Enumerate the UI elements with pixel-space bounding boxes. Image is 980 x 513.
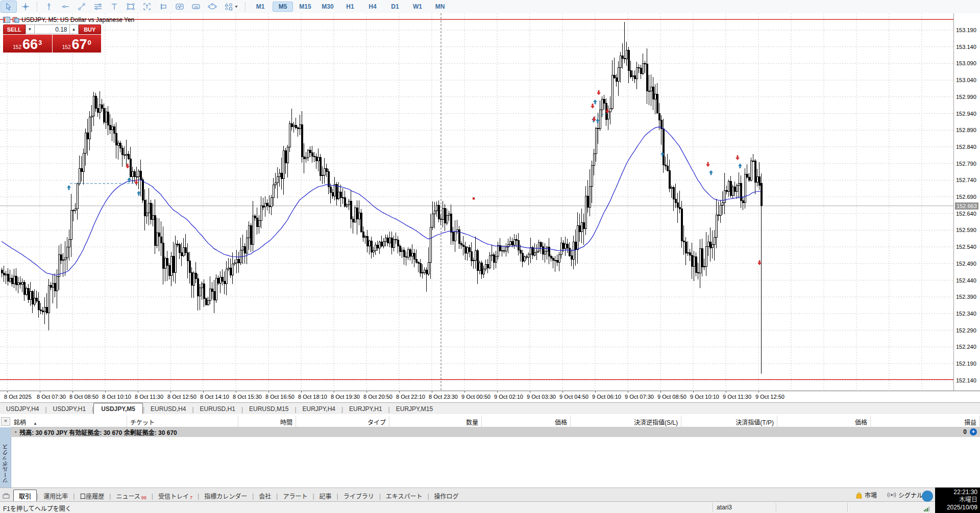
- timeframe-button-m1[interactable]: M1: [250, 2, 271, 12]
- timeframe-button-mn[interactable]: MN: [430, 2, 450, 12]
- depth-of-market-icon[interactable]: [12, 17, 19, 23]
- close-toolbox-button[interactable]: ×: [1, 417, 10, 426]
- chart-tab-eurjpy-m15[interactable]: EURJPY,M15: [390, 403, 439, 415]
- time-axis-label: 8 Oct 14:10: [200, 394, 229, 400]
- column-header-col[interactable]: 数量: [389, 416, 482, 427]
- chart-area[interactable]: 153.190153.140153.090153.040152.990152.9…: [0, 13, 980, 391]
- trendline-tool-icon[interactable]: [74, 1, 89, 12]
- time-axis-label: 9 Oct 00:50: [461, 394, 491, 400]
- column-header-col[interactable]: 価格: [482, 416, 571, 427]
- chart-tab-usdjpy-h4[interactable]: USDJPY,H4: [0, 403, 45, 415]
- sell-price[interactable]: 152 66 3: [3, 35, 52, 53]
- time-axis[interactable]: 8 Oct 20258 Oct 07:308 Oct 08:508 Oct 10…: [0, 391, 980, 403]
- volume-decrease-button[interactable]: ▼: [26, 24, 35, 34]
- new-order-plus-button[interactable]: +: [970, 428, 977, 435]
- sell-arrow-marker: [592, 117, 596, 122]
- time-axis-tick: [138, 391, 138, 393]
- buy-arrow-marker: [738, 164, 742, 169]
- toolbox-tab[interactable]: エキスパート: [381, 490, 428, 502]
- ellipse-tool-icon[interactable]: [205, 1, 220, 12]
- crosshair-tool-icon[interactable]: [18, 1, 33, 12]
- chart-title-text: USDJPY, M5: US Dollar vs Japanese Yen: [21, 16, 134, 23]
- timeframe-button-m15[interactable]: M15: [295, 2, 315, 12]
- button-object-tool-icon[interactable]: OK: [188, 1, 204, 12]
- column-header-col[interactable]: チケット: [127, 416, 238, 427]
- toolbar-separator: [37, 2, 38, 11]
- text-tool-icon[interactable]: [107, 1, 122, 12]
- chart-tab-usdjpy-m5[interactable]: USDJPY,M5: [93, 403, 143, 415]
- red-dot-object: [473, 197, 475, 199]
- chart-tab-eurusd-h1[interactable]: EURUSD,H1: [194, 403, 241, 415]
- volume-increase-button[interactable]: ▲: [69, 24, 79, 34]
- pointer-tool-icon[interactable]: [1, 1, 17, 13]
- toolbox-tab[interactable]: ニュース99: [111, 490, 151, 502]
- sell-button[interactable]: SELL: [3, 24, 26, 34]
- time-axis-tick: [562, 391, 563, 393]
- toolbox-tab[interactable]: 操作ログ: [429, 490, 464, 502]
- timeframe-button-h1[interactable]: H1: [340, 2, 360, 12]
- chat-globe-icon[interactable]: [922, 491, 933, 502]
- signals-button[interactable]: シグナル: [887, 491, 923, 499]
- chart-tab-eurjpy-h1[interactable]: EURJPY,H1: [343, 403, 388, 415]
- shapes-dropdown-tool-icon[interactable]: [221, 1, 241, 12]
- column-header-col[interactable]: タイプ: [296, 416, 389, 427]
- toolbox-tab[interactable]: ライブラリ: [338, 490, 379, 502]
- buy-price[interactable]: 152 67 0: [53, 35, 102, 53]
- toolbox-tab[interactable]: 口座履歴: [75, 490, 109, 502]
- chart-tab-eurusd-h4[interactable]: EURUSD,H4: [144, 403, 192, 415]
- time-axis-label: 8 Oct 23:30: [429, 394, 458, 400]
- toolbox-tab[interactable]: 運用比率: [38, 490, 73, 502]
- toolbox-tab[interactable]: アラート: [278, 490, 312, 502]
- toolbox-tab[interactable]: 会社: [254, 490, 276, 502]
- horizontal-line-tool-icon[interactable]: [58, 1, 73, 12]
- chart-tab-eurusd-m15[interactable]: EURUSD,M15: [243, 403, 295, 415]
- timeframe-button-h4[interactable]: H4: [362, 2, 383, 12]
- time-axis-label: 9 Oct 06:10: [592, 394, 621, 400]
- toolbox-tab[interactable]: 受信トレイ7: [153, 490, 198, 502]
- toolbox-panel: × ツールボックス 銘柄▲チケット時間タイプ数量価格決済逆指値(S/L)決済指値…: [0, 414, 980, 488]
- price-axis-label: 152.190: [956, 361, 976, 367]
- column-header-col[interactable]: 銘柄▲: [11, 416, 127, 427]
- column-header-SL[interactable]: 決済逆指値(S/L): [571, 416, 681, 427]
- sell-arrow-marker: [706, 162, 710, 167]
- price-axis-label: 152.440: [956, 277, 976, 284]
- quick-trade-panel-icon[interactable]: [3, 17, 10, 23]
- text-label-tool-icon[interactable]: [139, 1, 155, 12]
- price-axis[interactable]: 153.190153.140153.090153.040152.990152.9…: [953, 13, 980, 391]
- price-axis-label: 152.890: [956, 127, 976, 133]
- vertical-line-tool-icon[interactable]: [41, 1, 57, 12]
- volume-input[interactable]: [35, 24, 69, 34]
- toolbox-tab[interactable]: 取引: [13, 490, 37, 502]
- timeframe-button-m30[interactable]: M30: [317, 2, 338, 12]
- trade-table-header: 銘柄▲チケット時間タイプ数量価格決済逆指値(S/L)決済指値(T/P)価格損益: [11, 416, 980, 427]
- chart-tab-eurjpy-h4[interactable]: EURJPY,H4: [297, 403, 341, 415]
- bearish-candles: [1, 50, 762, 313]
- clock-overlay: 22:21:30 木曜日 2025/10/09: [935, 488, 980, 513]
- column-header-col[interactable]: 損益: [871, 416, 980, 427]
- timeframe-button-d1[interactable]: D1: [385, 2, 405, 12]
- toolbox-icon: [2, 492, 11, 501]
- toolbox-tab[interactable]: 記事: [314, 490, 337, 502]
- time-axis-label: 9 Oct 02:10: [494, 394, 523, 400]
- toolbox-tab-bar: 取引|運用比率|口座履歴|ニュース99|受信トレイ7|指標カレンダー|会社|アラ…: [0, 488, 980, 502]
- column-header-TP[interactable]: 決済指値(T/P): [681, 416, 777, 427]
- timeframe-button-w1[interactable]: W1: [407, 2, 428, 12]
- market-button[interactable]: 市場: [855, 491, 877, 499]
- toolbox-tab-label: 口座履歴: [80, 492, 104, 500]
- cycle-lines-tool-icon[interactable]: [156, 1, 171, 12]
- toolbox-tab[interactable]: 指標カレンダー: [199, 490, 252, 502]
- timeframe-button-m5[interactable]: M5: [273, 2, 293, 12]
- column-header-col[interactable]: 時間: [238, 416, 296, 427]
- svg-text:OK: OK: [194, 6, 199, 9]
- rectangle-tool-icon[interactable]: [123, 1, 138, 12]
- indicator-window-tool-icon[interactable]: [172, 1, 187, 12]
- column-header-col[interactable]: 価格: [777, 416, 871, 427]
- chart-tab-usdjpy-h1[interactable]: USDJPY,H1: [47, 403, 92, 415]
- equidistant-channel-tool-icon[interactable]: [90, 1, 106, 12]
- toolbox-side-tab[interactable]: ツールボックス: [0, 427, 11, 488]
- one-click-trading-widget: SELL ▼ ▲ BUY 152 66 3 152 67 0: [3, 24, 101, 53]
- time-axis-tick: [72, 391, 73, 393]
- candlestick-plot[interactable]: [0, 13, 953, 391]
- buy-button[interactable]: BUY: [79, 24, 101, 34]
- time-axis-label: 8 Oct 22:10: [396, 394, 425, 400]
